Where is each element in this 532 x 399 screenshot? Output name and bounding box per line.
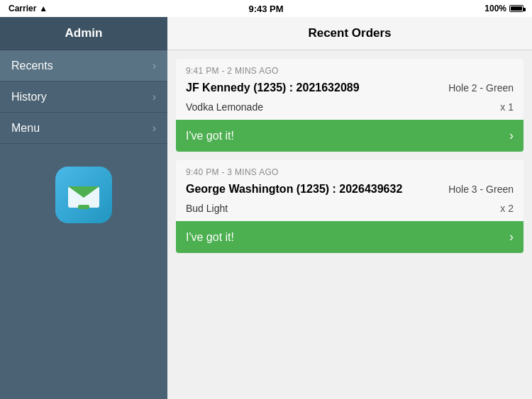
battery-label: 100% bbox=[484, 4, 506, 13]
main-title: Recent Orders bbox=[308, 26, 391, 40]
main-header: Recent Orders bbox=[167, 17, 532, 50]
sidebar-nav: Recents › History › Menu › bbox=[0, 50, 167, 144]
order-1-action-label: I've got it! bbox=[186, 130, 234, 142]
order-1-customer: JF Kennedy (1235) : 2021632089 bbox=[186, 82, 360, 94]
sidebar-title: Admin bbox=[65, 26, 103, 40]
order-2-item-row: Bud Light x 2 bbox=[176, 200, 523, 221]
order-card-1: 9:41 PM - 2 MINS AGO JF Kennedy (1235) :… bbox=[176, 59, 523, 152]
order-2-item-name: Bud Light bbox=[186, 203, 228, 214]
order-2-item-qty: x 2 bbox=[500, 203, 514, 214]
sidebar-recents-label: Recents bbox=[11, 60, 53, 72]
sidebar-item-recents[interactable]: Recents › bbox=[0, 50, 167, 82]
order-1-item-name: Vodka Lemonade bbox=[186, 101, 263, 113]
app-container: Admin Recents › History › Menu › bbox=[0, 17, 532, 399]
order-1-item-row: Vodka Lemonade x 1 bbox=[176, 99, 523, 120]
status-bar-time: 9:43 PM bbox=[248, 4, 283, 14]
app-icon bbox=[55, 167, 112, 223]
order-2-customer: George Washington (1235) : 2026439632 bbox=[186, 183, 402, 196]
sidebar-item-menu[interactable]: Menu › bbox=[0, 113, 167, 144]
carrier-label: Carrier bbox=[9, 4, 36, 13]
order-2-timestamp: 9:40 PM - 3 MINS AGO bbox=[176, 160, 523, 181]
app-icon-svg bbox=[65, 176, 102, 213]
sidebar-history-label: History bbox=[11, 91, 47, 103]
order-1-action-chevron-icon: › bbox=[509, 128, 514, 143]
order-1-item-qty: x 1 bbox=[500, 101, 514, 113]
order-2-action-button[interactable]: I've got it! › bbox=[176, 221, 523, 253]
order-1-timestamp: 9:41 PM - 2 MINS AGO bbox=[176, 59, 523, 80]
order-card-2: 9:40 PM - 3 MINS AGO George Washington (… bbox=[176, 160, 523, 253]
sidebar-header: Admin bbox=[0, 17, 167, 50]
sidebar-item-history[interactable]: History › bbox=[0, 82, 167, 113]
status-bar-right: 100% bbox=[484, 4, 523, 13]
status-bar-left: Carrier ▲ bbox=[9, 4, 48, 13]
sidebar-menu-label: Menu bbox=[11, 122, 40, 135]
order-2-action-chevron-icon: › bbox=[509, 230, 514, 245]
status-bar: Carrier ▲ 9:43 PM 100% bbox=[0, 0, 532, 17]
order-1-location: Hole 2 - Green bbox=[448, 82, 514, 94]
order-1-action-button[interactable]: I've got it! › bbox=[176, 120, 523, 152]
order-2-action-label: I've got it! bbox=[186, 231, 234, 244]
app-icon-area bbox=[0, 144, 167, 223]
svg-rect-2 bbox=[78, 205, 89, 209]
chevron-right-icon: › bbox=[153, 91, 156, 103]
main-content: Recent Orders 9:41 PM - 2 MINS AGO JF Ke… bbox=[167, 17, 532, 399]
orders-list: 9:41 PM - 2 MINS AGO JF Kennedy (1235) :… bbox=[167, 50, 532, 399]
wifi-icon: ▲ bbox=[39, 4, 48, 13]
order-1-title-row: JF Kennedy (1235) : 2021632089 Hole 2 - … bbox=[176, 80, 523, 99]
order-2-location: Hole 3 - Green bbox=[448, 184, 514, 195]
order-2-title-row: George Washington (1235) : 2026439632 Ho… bbox=[176, 181, 523, 200]
battery-icon bbox=[509, 5, 523, 12]
chevron-right-icon: › bbox=[153, 60, 156, 72]
sidebar: Admin Recents › History › Menu › bbox=[0, 17, 167, 399]
chevron-right-icon: › bbox=[153, 122, 156, 135]
